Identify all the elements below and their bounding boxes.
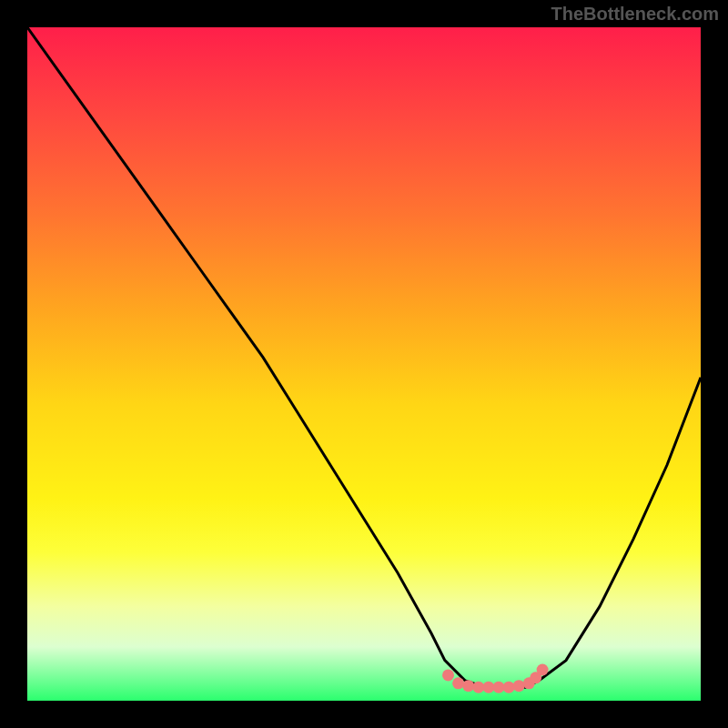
cluster-dot — [537, 664, 549, 676]
dot-cluster-layer — [27, 27, 701, 701]
plot-area — [27, 27, 701, 701]
chart-frame: TheBottleneck.com — [0, 0, 728, 728]
cluster-dot — [482, 682, 494, 693]
watermark-text: TheBottleneck.com — [551, 4, 719, 25]
cluster-dot — [442, 669, 454, 681]
cluster-dot — [462, 680, 474, 692]
cluster-dot — [452, 677, 464, 689]
cluster-dot — [513, 680, 525, 692]
cluster-dot — [493, 682, 505, 693]
dot-cluster — [442, 664, 549, 693]
cluster-dot — [472, 682, 484, 693]
cluster-dot — [503, 682, 515, 693]
